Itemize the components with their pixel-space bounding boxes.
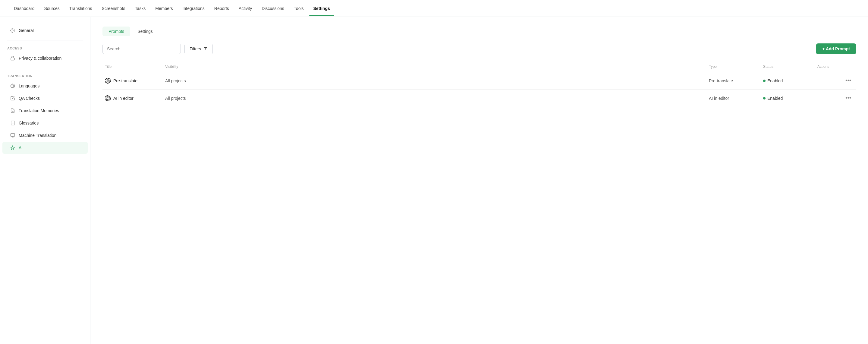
nav-tools[interactable]: Tools [290,1,308,16]
toolbar: Filters + Add Prompt [102,43,856,54]
table-row: Pre-translate All projects Pre-translate… [102,72,856,90]
row2-title-cell: AI in editor [105,95,165,101]
nav-members[interactable]: Members [151,1,177,16]
gear-icon [10,27,16,33]
sidebar-section-access: Access [0,44,90,52]
memory-icon [10,107,16,114]
ai-icon [10,145,16,151]
sidebar-item-machine-translation[interactable]: Machine Translation [2,129,88,142]
sidebar-item-languages[interactable]: Languages [2,80,88,92]
nav-activity[interactable]: Activity [235,1,256,16]
nav-dashboard[interactable]: Dashboard [10,1,39,16]
tab-settings[interactable]: Settings [131,27,159,36]
row2-status-label: Enabled [767,96,783,101]
row2-actions: ••• [817,94,854,102]
col-title: Title [105,64,165,69]
nav-sources[interactable]: Sources [40,1,64,16]
sidebar-item-translation-memories[interactable]: Translation Memories [2,105,88,117]
row2-status-dot [763,97,766,99]
row1-status-dot [763,80,766,82]
sidebar-item-general-label: General [19,28,34,33]
svg-rect-1 [11,58,14,60]
sidebar-item-privacy[interactable]: Privacy & collaboration [2,52,88,64]
row1-status: Enabled [763,79,817,83]
prompts-table: Title Visibility Type Status Actions Pre… [102,62,856,107]
row2-status: Enabled [763,96,817,101]
tabs-container: Prompts Settings [102,27,856,36]
row2-title: AI in editor [113,96,133,101]
glossaries-icon [10,120,16,126]
sidebar-item-general[interactable]: General [2,24,88,36]
nav-integrations[interactable]: Integrations [179,1,209,16]
svg-rect-6 [10,133,14,136]
sidebar-item-languages-label: Languages [19,84,39,88]
tab-prompts[interactable]: Prompts [102,27,130,36]
main-content: Prompts Settings Filters + Add Prompt [90,17,868,344]
row1-type: Pre-translate [709,79,763,83]
nav-discussions[interactable]: Discussions [257,1,288,16]
qa-icon [10,95,16,101]
chatgpt-icon-row1 [105,78,111,84]
sidebar: General Access Privacy & collaboration T… [0,17,90,344]
filters-button[interactable]: Filters [184,44,213,54]
add-prompt-button[interactable]: + Add Prompt [816,43,856,54]
col-actions: Actions [817,64,854,69]
row1-visibility: All projects [165,79,709,83]
sidebar-section-translation: Translation [0,72,90,80]
filter-icon [204,46,208,52]
row2-actions-button[interactable]: ••• [843,94,854,102]
row1-title-cell: Pre-translate [105,78,165,84]
sidebar-item-qa-label: QA Checks [19,96,40,101]
machine-translation-icon [10,132,16,138]
row1-actions: ••• [817,76,854,85]
sidebar-item-ai[interactable]: AI [2,142,88,154]
sidebar-divider-2 [7,68,83,68]
row1-status-label: Enabled [767,79,783,83]
table-header: Title Visibility Type Status Actions [102,62,856,72]
nav-translations[interactable]: Translations [65,1,96,16]
sidebar-item-glossaries[interactable]: Glossaries [2,117,88,129]
row1-title: Pre-translate [113,79,137,83]
lock-icon [10,55,16,61]
svg-point-0 [12,30,13,31]
nav-settings[interactable]: Settings [309,1,334,16]
search-input[interactable] [102,44,181,54]
sidebar-item-privacy-label: Privacy & collaboration [19,56,61,61]
globe-icon [10,83,16,89]
sidebar-divider [7,40,83,40]
nav-reports[interactable]: Reports [210,1,233,16]
sidebar-item-ai-label: AI [19,145,23,150]
top-nav: Dashboard Sources Translations Screensho… [0,0,868,17]
sidebar-item-qa-checks[interactable]: QA Checks [2,92,88,104]
row2-type: AI in editor [709,96,763,101]
page-layout: General Access Privacy & collaboration T… [0,17,868,344]
row1-actions-button[interactable]: ••• [843,76,854,85]
row2-visibility: All projects [165,96,709,101]
nav-screenshots[interactable]: Screenshots [98,1,130,16]
col-status: Status [763,64,817,69]
col-visibility: Visibility [165,64,709,69]
sidebar-item-tm-label: Translation Memories [19,108,59,113]
add-prompt-label: + Add Prompt [822,46,850,51]
sidebar-item-mt-label: Machine Translation [19,133,56,138]
nav-tasks[interactable]: Tasks [130,1,150,16]
col-type: Type [709,64,763,69]
sidebar-item-glossaries-label: Glossaries [19,121,38,125]
filters-label: Filters [190,46,201,51]
table-row: AI in editor All projects AI in editor E… [102,90,856,107]
chatgpt-icon-row2 [105,95,111,101]
